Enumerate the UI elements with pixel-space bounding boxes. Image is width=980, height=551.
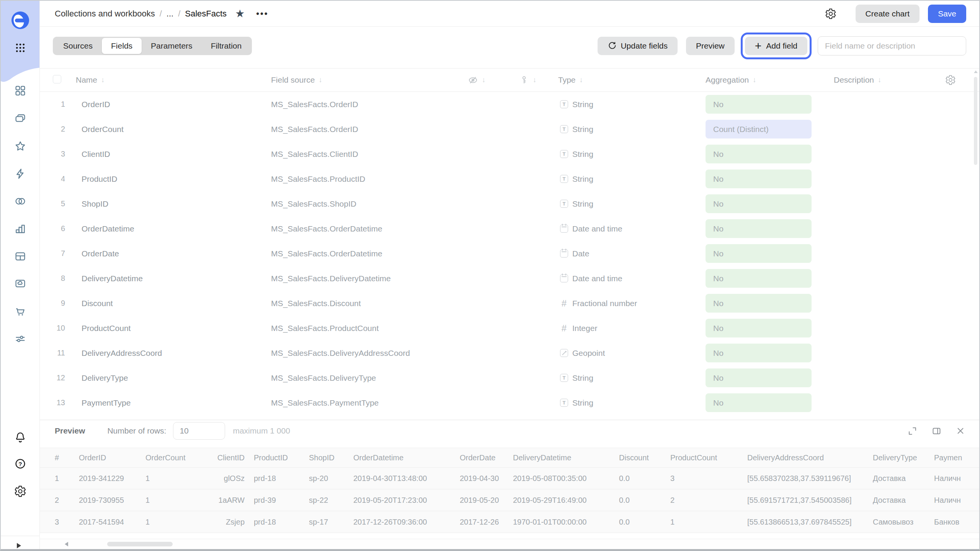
col-header-name[interactable]: Name↓ xyxy=(76,75,271,85)
field-row[interactable]: 6 OrderDatetime MS_SalesFacts.OrderDatet… xyxy=(39,216,979,241)
row-number: 10 xyxy=(53,324,76,333)
field-row[interactable]: 4 ProductID MS_SalesFacts.ProductID Stri… xyxy=(39,166,979,191)
cloud-folder-icon[interactable] xyxy=(14,277,26,290)
tab-bar: SourcesFieldsParametersFiltration xyxy=(53,37,252,55)
field-name: OrderCount xyxy=(76,125,271,134)
preview-col-header: OrderCount xyxy=(145,453,207,462)
aggregation-select[interactable]: No xyxy=(706,344,812,362)
field-row[interactable]: 5 ShopID MS_SalesFacts.ShopID String No xyxy=(39,191,979,216)
aggregation-select[interactable]: No xyxy=(706,194,812,213)
preview-horizontal-scrollbar xyxy=(39,539,979,549)
field-source: MS_SalesFacts.OrderDatetime xyxy=(271,224,468,233)
tab-sources[interactable]: Sources xyxy=(54,38,102,54)
cart-icon[interactable] xyxy=(14,305,26,317)
field-search-input[interactable] xyxy=(818,36,966,55)
update-fields-button[interactable]: Update fields xyxy=(598,37,678,55)
field-row[interactable]: 7 OrderDate MS_SalesFacts.OrderDatetime … xyxy=(39,241,979,266)
add-field-button[interactable]: + Add field xyxy=(745,37,807,55)
sliders-icon[interactable] xyxy=(14,333,26,345)
field-row[interactable]: 10 ProductCount MS_SalesFacts.ProductCou… xyxy=(39,316,979,341)
table-grid-icon[interactable] xyxy=(14,250,26,262)
datalens-logo[interactable] xyxy=(11,11,29,29)
tab-fields[interactable]: Fields xyxy=(102,38,142,54)
bell-icon[interactable] xyxy=(14,431,26,443)
field-row[interactable]: 12 DeliveryType MS_SalesFacts.DeliveryTy… xyxy=(39,365,979,390)
aggregation-select[interactable]: Count (Distinct) xyxy=(706,120,812,139)
close-icon[interactable] xyxy=(956,426,965,436)
aggregation-select[interactable]: No xyxy=(706,95,812,114)
fields-table-body: 1 OrderID MS_SalesFacts.OrderID String N… xyxy=(39,92,979,416)
lightning-icon[interactable] xyxy=(14,168,26,180)
field-row[interactable]: 13 PaymentType MS_SalesFacts.PaymentType… xyxy=(39,390,979,415)
aggregation-select[interactable]: No xyxy=(706,319,812,337)
row-number: 11 xyxy=(53,349,76,357)
select-all-checkbox[interactable] xyxy=(53,75,61,83)
breadcrumb: Collections and workbooks/.../SalesFacts xyxy=(55,9,227,19)
preview-col-header: ClientID xyxy=(207,453,254,462)
squares-icon[interactable] xyxy=(14,85,26,97)
aggregation-select[interactable]: No xyxy=(706,294,812,313)
field-source: MS_SalesFacts.ProductID xyxy=(271,174,468,184)
save-button[interactable]: Save xyxy=(928,5,966,23)
field-row[interactable]: 1 OrderID MS_SalesFacts.OrderID String N… xyxy=(39,92,979,117)
collapse-icon[interactable] xyxy=(14,541,26,551)
field-row[interactable]: 11 DeliveryAddressCoord MS_SalesFacts.De… xyxy=(39,341,979,365)
expand-icon[interactable] xyxy=(907,426,918,436)
field-name: OrderDatetime xyxy=(76,224,271,233)
type-date-icon xyxy=(560,274,568,282)
col-header-description[interactable]: Description↓ xyxy=(817,75,937,85)
aggregation-select[interactable]: No xyxy=(706,219,812,238)
field-row[interactable]: 9 Discount MS_SalesFacts.Discount Fracti… xyxy=(39,291,979,316)
aggregation-select[interactable]: No xyxy=(706,145,812,163)
columns-settings-gear-icon[interactable] xyxy=(945,75,956,85)
favorite-star-icon[interactable]: ★ xyxy=(235,8,245,19)
type-label: String xyxy=(572,373,593,383)
more-menu-icon[interactable]: ••• xyxy=(256,9,268,19)
field-name: PaymentType xyxy=(76,398,271,408)
field-row[interactable]: 8 DeliveryDatetime MS_SalesFacts.Deliver… xyxy=(39,266,979,291)
col-header-aggregation[interactable]: Aggregation↓ xyxy=(706,75,817,85)
dataset-settings-gear-icon[interactable] xyxy=(825,8,836,20)
split-view-icon[interactable] xyxy=(931,426,942,436)
preview-cell: Наличн xyxy=(934,496,979,505)
preview-button[interactable]: Preview xyxy=(686,37,735,55)
field-source: MS_SalesFacts.OrderID xyxy=(271,125,468,134)
field-name: ClientID xyxy=(76,150,271,159)
col-header-type[interactable]: Type↓ xyxy=(558,75,706,85)
col-header-visibility[interactable]: ↓ xyxy=(468,75,519,85)
preview-col-header: DeliveryAddressCoord xyxy=(747,453,873,462)
create-chart-button[interactable]: Create chart xyxy=(856,5,920,23)
breadcrumb-item[interactable]: ... xyxy=(167,9,173,19)
field-row[interactable]: 2 OrderCount MS_SalesFacts.OrderID Strin… xyxy=(39,117,979,142)
type-string-icon xyxy=(560,399,568,407)
folders-icon[interactable] xyxy=(14,112,26,125)
col-header-field-source[interactable]: Field source↓ xyxy=(271,75,468,85)
scrollbar-thumb[interactable] xyxy=(107,542,173,546)
type-string-icon xyxy=(560,374,568,382)
circles-icon[interactable] xyxy=(14,195,26,207)
preview-cell: 2017-12-26 xyxy=(460,518,513,527)
bar-chart-icon[interactable] xyxy=(14,223,26,235)
apps-grid-icon[interactable] xyxy=(15,42,26,55)
number-of-rows-input[interactable] xyxy=(173,422,225,440)
tab-filtration[interactable]: Filtration xyxy=(202,38,251,54)
aggregation-select[interactable]: No xyxy=(706,170,812,188)
aggregation-select[interactable]: No xyxy=(706,244,812,263)
row-number: 13 xyxy=(53,398,76,407)
scroll-up-icon[interactable] xyxy=(974,70,978,73)
aggregation-select[interactable]: No xyxy=(706,393,812,412)
gear-icon[interactable] xyxy=(14,485,26,497)
breadcrumb-item[interactable]: Collections and workbooks xyxy=(55,9,155,19)
aggregation-select[interactable]: No xyxy=(706,269,812,288)
tab-parameters[interactable]: Parameters xyxy=(142,38,202,54)
aggregation-select[interactable]: No xyxy=(706,368,812,387)
col-header-access[interactable]: ↓ xyxy=(519,75,558,85)
scroll-left-icon[interactable] xyxy=(65,542,68,546)
preview-col-header: DeliveryType xyxy=(873,453,934,462)
field-row[interactable]: 3 ClientID MS_SalesFacts.ClientID String… xyxy=(39,142,979,166)
field-source: MS_SalesFacts.ShopID xyxy=(271,199,468,209)
preview-cell: [55.658370238,37.539119676] xyxy=(747,474,873,483)
star-icon[interactable] xyxy=(14,140,26,152)
scrollbar-thumb[interactable] xyxy=(974,77,977,165)
help-icon[interactable]: ? xyxy=(14,458,26,470)
